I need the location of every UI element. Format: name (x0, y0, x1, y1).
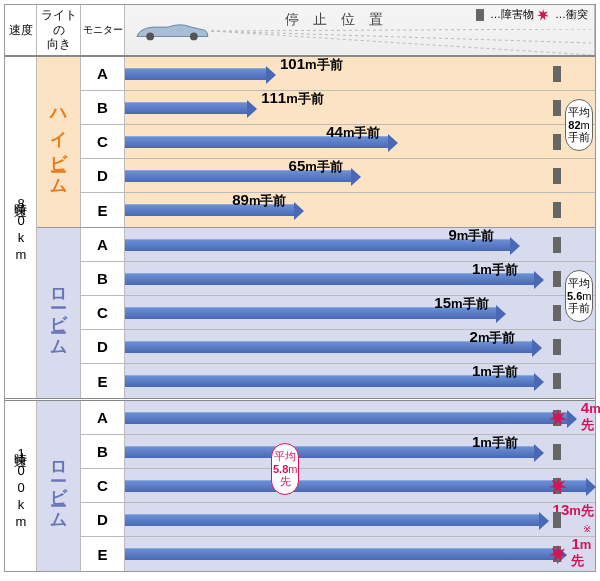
obstacle-icon (553, 271, 561, 287)
crash-icon (549, 545, 567, 566)
section-100km: 時速100km ロービーム 平均5.8m先 A4m先B1m手前C12m先D13m… (5, 401, 595, 571)
distance-value: 44m手前 (326, 123, 380, 142)
svg-line-3 (211, 29, 591, 31)
legend-obstacle: …障害物 (490, 8, 534, 20)
obstacle-icon (553, 66, 561, 82)
avg-g2: 平均5.6m手前 (565, 270, 593, 322)
crash-icon (537, 9, 549, 21)
table-row: B1m手前 (81, 435, 595, 469)
stop-label: 停止位置 (285, 11, 397, 29)
monitor-cell: C (81, 469, 125, 502)
light-lo-1: ロービーム (37, 228, 81, 398)
distance-value: 1m手前 (472, 433, 518, 452)
track: 1m手前 (125, 262, 595, 295)
monitor-cell: A (81, 228, 125, 261)
table-row: E1m手前 (81, 364, 595, 398)
track: 2m手前 (125, 330, 595, 363)
obstacle-icon (553, 339, 561, 355)
table-row: C12m先 (81, 469, 595, 503)
avg-g3: 平均5.8m先 (271, 443, 299, 495)
svg-point-1 (190, 33, 198, 41)
obstacle-icon (476, 9, 484, 21)
distance-value: 89m手前 (232, 191, 286, 210)
legend-crash: …衝突 (555, 8, 588, 20)
table-row: B111m手前 (81, 91, 595, 125)
block-100-lo: ロービーム 平均5.8m先 A4m先B1m手前C12m先D13m先※E1m先 (37, 401, 595, 571)
obstacle-icon (553, 305, 561, 321)
speed-80: 時速80km (5, 57, 37, 398)
monitor-cell: A (81, 57, 125, 90)
hdr-light: ライトの 向き (37, 5, 81, 55)
svg-point-0 (146, 33, 154, 41)
table-row: D2m手前 (81, 330, 595, 364)
monitor-cell: B (81, 435, 125, 468)
rows-g3: 平均5.8m先 A4m先B1m手前C12m先D13m先※E1m先 (81, 401, 595, 571)
avg-g1: 平均82m手前 (565, 99, 593, 151)
table-row: E89m手前 (81, 193, 595, 227)
block-80-hi: ハイビーム 平均82m手前 A101m手前B111m手前C44m手前D65m手前… (37, 57, 595, 228)
track: 4m先 (125, 401, 595, 434)
obstacle-icon (553, 134, 561, 150)
obstacle-icon (553, 373, 561, 389)
monitor-cell: A (81, 401, 125, 434)
light-lo-2: ロービーム (37, 401, 81, 571)
car-icon (133, 19, 211, 43)
distance-bar (125, 68, 266, 80)
track: 9m手前 (125, 228, 595, 261)
track: 13m先※ (125, 503, 595, 536)
table-row: C44m手前 (81, 125, 595, 159)
legend: …障害物 …衝突 (470, 7, 588, 22)
table-row: A4m先 (81, 401, 595, 435)
distance-value: 101m手前 (280, 55, 343, 74)
track: 15m手前 (125, 296, 595, 329)
distance-bar (125, 548, 557, 560)
table-row: C15m手前 (81, 296, 595, 330)
obstacle-icon (553, 202, 561, 218)
track: 44m手前 (125, 125, 595, 158)
monitor-cell: E (81, 364, 125, 398)
distance-value: 1m手前 (472, 362, 518, 381)
distance-value: 1m手前 (472, 260, 518, 279)
distance-value: 1m先 (571, 535, 595, 570)
header-row: 速度 ライトの 向き モニター 停止位置 …障害物 …衝突 (5, 5, 595, 57)
crash-icon (549, 477, 567, 498)
rows-g1: 平均82m手前 A101m手前B111m手前C44m手前D65m手前E89m手前 (81, 57, 595, 227)
distance-bar (125, 480, 586, 492)
monitor-cell: E (81, 537, 125, 571)
rows-g2: 平均5.6m手前 A9m手前B1m手前C15m手前D2m手前E1m手前 (81, 228, 595, 398)
monitor-cell: B (81, 91, 125, 124)
table-row: E1m先 (81, 537, 595, 571)
distance-value: 2m手前 (470, 328, 516, 347)
table-row: B1m手前 (81, 262, 595, 296)
hdr-monitor: モニター (81, 5, 125, 55)
distance-bar (125, 514, 539, 526)
track: 101m手前 (125, 57, 595, 90)
body: 時速80km ハイビーム 平均82m手前 A101m手前B111m手前C44m手… (5, 57, 595, 571)
distance-value: 65m手前 (289, 157, 343, 176)
chart-table: 速度 ライトの 向き モニター 停止位置 …障害物 …衝突 時速80km ハイビ… (4, 4, 596, 572)
obstacle-icon (553, 512, 561, 528)
svg-marker-2 (537, 9, 549, 20)
monitor-cell: D (81, 330, 125, 363)
monitor-cell: D (81, 159, 125, 192)
table-row: A101m手前 (81, 57, 595, 91)
table-row: A9m手前 (81, 228, 595, 262)
block-80-lo: ロービーム 平均5.6m手前 A9m手前B1m手前C15m手前D2m手前E1m手… (37, 228, 595, 398)
note: ※ (583, 523, 591, 534)
monitor-cell: C (81, 296, 125, 329)
distance-value: 4m先 (581, 399, 600, 434)
track: 1m手前 (125, 435, 595, 468)
beam-lines (211, 29, 591, 55)
monitor-cell: C (81, 125, 125, 158)
track: 111m手前 (125, 91, 595, 124)
svg-marker-7 (549, 477, 567, 494)
track: 1m手前 (125, 364, 595, 398)
speed-100: 時速100km (5, 401, 37, 571)
track: 12m先 (125, 469, 595, 502)
obstacle-icon (553, 168, 561, 184)
section-80km: 時速80km ハイビーム 平均82m手前 A101m手前B111m手前C44m手… (5, 57, 595, 401)
svg-line-4 (211, 31, 591, 43)
table-row: D65m手前 (81, 159, 595, 193)
monitor-cell: B (81, 262, 125, 295)
distance-value: 15m手前 (434, 294, 488, 313)
